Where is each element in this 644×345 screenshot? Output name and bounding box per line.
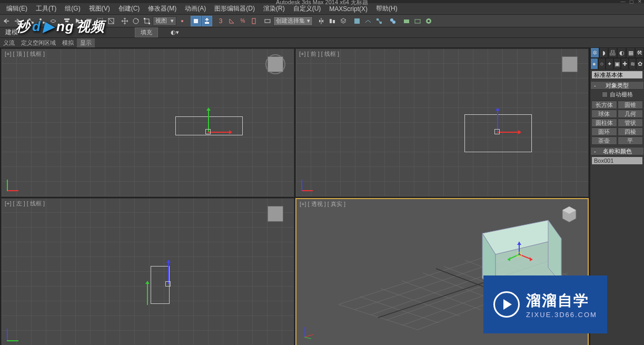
viewcube[interactable] (560, 54, 580, 74)
viewcube[interactable] (265, 54, 285, 74)
viewcube[interactable] (559, 204, 579, 224)
display-icon: ▦ (628, 50, 633, 56)
viewport-left[interactable]: [+] [ 左 ] [ 线框 ] (1, 198, 294, 346)
align-button[interactable] (327, 16, 338, 26)
viewcube[interactable] (265, 204, 285, 224)
autogrid-checkbox[interactable] (602, 92, 608, 97)
edit-named-sel-button[interactable] (262, 16, 273, 26)
viewport-label[interactable]: [+] [ 顶 ] [ 线框 ] (5, 50, 45, 58)
menu-modifier[interactable]: 修改器(M) (144, 3, 181, 14)
viewport-top[interactable]: [+] [ 顶 ] [ 线框 ] (1, 48, 294, 197)
btn-box[interactable]: 长方体 (591, 101, 617, 109)
snap-toggle-button[interactable]: 3 (215, 16, 226, 26)
select-move-button[interactable] (120, 16, 130, 26)
title-bar: Autodesk 3ds Max 2014 x64 无标题 — ▢ ✕ (0, 0, 644, 3)
create-tab[interactable]: ✲ (590, 47, 599, 58)
use-center-button[interactable] (177, 16, 187, 26)
svg-rect-26 (380, 22, 382, 24)
category-label: 标准基本体 (594, 71, 623, 79)
select-scale-button[interactable] (142, 16, 152, 26)
named-selection-label: 创建选择集 (276, 17, 305, 25)
menu-create[interactable]: 创建(C) (114, 3, 144, 14)
btn-teapot[interactable]: 茶壶 (591, 136, 617, 145)
hierarchy-tab[interactable]: 品 (608, 47, 617, 58)
utilities-tab[interactable]: 🛠 (635, 47, 644, 58)
btn-geosphere[interactable]: 几何 (618, 110, 643, 118)
svg-marker-62 (517, 242, 521, 245)
move-gizmo[interactable] (503, 239, 535, 270)
select-rotate-button[interactable] (131, 16, 141, 26)
select-manipulate-button[interactable] (191, 16, 201, 26)
lights-subtab[interactable]: ✦ (606, 58, 613, 70)
subtab-flow[interactable]: 义流 (0, 38, 18, 47)
geometry-subtab[interactable]: ● (590, 58, 598, 70)
cameras-subtab[interactable]: ▣ (613, 58, 621, 70)
subtab-display[interactable]: 显示 (77, 38, 95, 47)
layer-manager-button[interactable] (338, 16, 349, 26)
grid-background (2, 49, 294, 196)
btn-pyramid[interactable]: 四棱 (618, 127, 643, 136)
viewport-label[interactable]: [+] [ 透视 ] [ 真实 ] (300, 200, 345, 208)
shapes-subtab[interactable]: ○ (598, 58, 606, 70)
material-editor-button[interactable] (388, 16, 398, 26)
render-production-button[interactable] (423, 16, 434, 26)
render-setup-button[interactable] (401, 16, 412, 26)
light-icon: ✦ (607, 61, 612, 67)
rollout-object-type[interactable]: -对象类型 (590, 81, 644, 90)
menu-grapheditor[interactable]: 图形编辑器(D) (210, 3, 259, 14)
object-type-grid: 长方体 圆锥 球体 几何 圆柱体 管状 圆环 四棱 茶壶 平 (590, 100, 644, 146)
wave-icon: ≋ (630, 61, 635, 67)
hierarchy-icon: 品 (610, 49, 616, 57)
undo-button[interactable] (1, 16, 12, 26)
viewport-label[interactable]: [+] [ 左 ] [ 线框 ] (5, 200, 45, 208)
window-controls: — ▢ ✕ (619, 0, 644, 4)
btn-plane[interactable]: 平 (618, 136, 643, 145)
angle-snap-button[interactable] (226, 16, 237, 26)
minimize-button[interactable]: — (619, 0, 627, 4)
named-selection-dropdown[interactable]: 创建选择集▾ (273, 16, 313, 26)
systems-subtab[interactable]: ✿ (636, 58, 644, 70)
schematic-view-button[interactable] (374, 16, 384, 26)
viewport-front[interactable]: [+] [ 前 ] [ 线框 ] (295, 48, 589, 197)
ribbon-fill-button[interactable]: 填充 (135, 27, 158, 37)
category-dropdown[interactable]: 标准基本体 (591, 71, 643, 79)
keyboard-shortcut-button[interactable] (202, 16, 212, 26)
watermark-logo: 秒 d ▶ ng 视频 (16, 16, 121, 37)
spinner-snap-button[interactable] (249, 16, 259, 26)
ribbon-dropdown-icon[interactable]: ◐▾ (170, 27, 180, 38)
curve-editor-button[interactable] (363, 16, 373, 26)
display-tab[interactable]: ▦ (626, 47, 635, 58)
rendered-frame-button[interactable] (412, 16, 423, 26)
ref-coord-dropdown[interactable]: 视图▾ (153, 16, 176, 26)
btn-cylinder[interactable]: 圆柱体 (591, 119, 617, 127)
spacewarps-subtab[interactable]: ≋ (629, 58, 637, 70)
menu-edit[interactable]: 编辑(E) (2, 3, 32, 14)
btn-tube[interactable]: 管状 (618, 119, 643, 127)
btn-sphere[interactable]: 球体 (591, 110, 617, 118)
motion-tab[interactable]: ◐ (617, 47, 626, 58)
menu-group[interactable]: 组(G) (61, 3, 84, 14)
close-button[interactable]: ✕ (636, 0, 644, 4)
menu-tools[interactable]: 工具(T) (32, 3, 61, 14)
object-name-input[interactable]: Box001 (591, 156, 643, 165)
mirror-button[interactable] (316, 16, 326, 26)
autogrid-label: 自动栅格 (610, 91, 633, 98)
ribbon-subbar: 义流 定义空闲区域 模拟 显示 (0, 38, 644, 47)
modify-tab[interactable]: ◗ (599, 47, 608, 58)
percent-snap-button[interactable]: % (237, 16, 248, 26)
maximize-button[interactable]: ▢ (627, 0, 636, 4)
helpers-subtab[interactable]: ✚ (621, 58, 629, 70)
menu-anim[interactable]: 动画(A) (181, 3, 210, 14)
svg-rect-19 (205, 22, 209, 24)
graphite-toggle-button[interactable] (352, 16, 362, 26)
menu-view[interactable]: 视图(V) (85, 3, 114, 14)
rollout-name-color[interactable]: -名称和颜色 (590, 147, 644, 155)
svg-point-17 (181, 20, 183, 22)
subtab-simulate[interactable]: 模拟 (59, 38, 77, 47)
btn-cone[interactable]: 圆锥 (618, 101, 643, 109)
btn-torus[interactable]: 圆环 (591, 127, 617, 136)
menu-help[interactable]: 帮助(H) (372, 3, 402, 14)
helper-icon: ✚ (622, 61, 627, 67)
subtab-define-region[interactable]: 定义空闲区域 (18, 38, 59, 47)
viewport-label[interactable]: [+] [ 前 ] [ 线框 ] (299, 50, 339, 58)
